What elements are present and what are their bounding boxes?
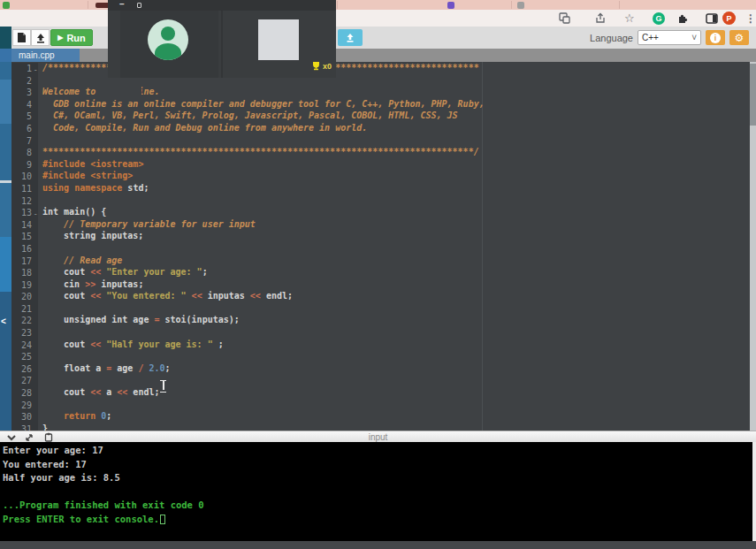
side-panel-icon[interactable] xyxy=(706,11,718,25)
info-button[interactable]: i xyxy=(706,30,725,45)
left-panel-strip[interactable] xyxy=(0,49,11,62)
code-line[interactable]: cout << "Half your age is: " ; xyxy=(42,339,490,352)
console-output[interactable]: Enter your age: 17You entered: 17Half yo… xyxy=(0,442,756,541)
line-number: 29 xyxy=(11,400,38,412)
trophy-count: x0 xyxy=(323,62,332,71)
line-number: 31 xyxy=(11,423,38,431)
share-icon[interactable] xyxy=(594,11,606,25)
grammarly-extension-icon[interactable]: G xyxy=(653,12,665,25)
left-panel-strip[interactable] xyxy=(0,183,11,237)
line-number: 24 xyxy=(11,339,38,352)
code-area[interactable]: /***************************************… xyxy=(42,63,490,431)
code-line[interactable]: C#, OCaml, VB, Perl, Swift, Prolog, Java… xyxy=(42,111,490,123)
code-line[interactable]: GDB online is an online compiler and deb… xyxy=(42,99,490,111)
tab-favicon-purple[interactable] xyxy=(447,2,454,9)
code-line[interactable]: return 0; xyxy=(42,411,490,423)
line-number: 7 xyxy=(11,135,38,148)
code-line[interactable]: int main() { xyxy=(42,207,490,219)
code-line[interactable]: unsigned int age = stoi(inputas); xyxy=(42,315,490,327)
line-number: 2 xyxy=(11,75,38,88)
language-select[interactable]: C++ ˅ xyxy=(638,30,701,45)
code-line[interactable]: cout << a << endl; xyxy=(42,387,490,400)
code-editor[interactable]: 1-2345678910111213-141516171819202122232… xyxy=(11,62,756,431)
code-line[interactable]: ****************************************… xyxy=(42,147,490,159)
code-line[interactable] xyxy=(42,327,490,339)
new-file-button[interactable] xyxy=(12,29,31,46)
terminal-cursor xyxy=(160,515,165,524)
run-label: Run xyxy=(66,33,85,43)
file-tab-label: main.cpp xyxy=(19,50,55,60)
bookmark-star-icon[interactable]: ☆ xyxy=(624,11,635,25)
translate-icon[interactable] xyxy=(559,11,570,25)
extensions-puzzle-icon[interactable] xyxy=(677,11,689,25)
code-line[interactable] xyxy=(42,243,490,255)
code-line[interactable]: Code, Compile, Run and Debug online from… xyxy=(42,123,490,135)
editor-scrollbar-thumb[interactable] xyxy=(750,64,756,126)
code-line[interactable]: string inputas; xyxy=(42,231,490,243)
minimize-icon[interactable]: – xyxy=(119,0,125,9)
trophy-icon xyxy=(311,61,321,71)
code-line[interactable]: #include <string> xyxy=(42,171,490,183)
line-number: 3 xyxy=(11,87,38,99)
code-line[interactable]: } xyxy=(42,423,490,431)
pip-title-bar[interactable]: – xyxy=(108,0,336,11)
participant-video-placeholder xyxy=(258,19,299,60)
code-line[interactable]: cout << "Enter your age: "; xyxy=(42,267,490,279)
line-number: 10 xyxy=(11,171,38,183)
tab-favicon-green[interactable] xyxy=(3,2,10,9)
profile-avatar[interactable]: P xyxy=(722,11,736,25)
code-line[interactable] xyxy=(42,351,490,363)
line-number: 30 xyxy=(11,411,38,423)
code-line[interactable]: // Read age xyxy=(42,255,490,268)
line-number: 20 xyxy=(11,291,38,303)
input-section-label: input xyxy=(369,432,388,442)
avatar-head xyxy=(161,27,175,41)
console-scrollbar[interactable] xyxy=(752,442,756,541)
tab-favicon-gray[interactable] xyxy=(517,2,524,9)
code-line[interactable]: using namespace std; xyxy=(42,183,490,195)
code-line[interactable] xyxy=(42,400,490,412)
left-panel-strip[interactable] xyxy=(0,124,11,180)
left-panel-strip[interactable] xyxy=(0,62,11,80)
settings-button[interactable]: ⚙ xyxy=(729,30,749,45)
line-number: 27 xyxy=(11,375,38,387)
line-number: 6 xyxy=(11,123,38,135)
line-number: 19 xyxy=(11,279,38,292)
line-number-gutter: 1-2345678910111213-141516171819202122232… xyxy=(11,63,38,431)
video-call-pip-window[interactable]: – xyxy=(108,0,336,78)
console-toolbar: input xyxy=(0,431,756,442)
browser-menu-dots-icon[interactable]: ⋮ xyxy=(745,11,756,25)
editor-scrollbar[interactable] xyxy=(750,62,756,431)
code-line[interactable] xyxy=(42,135,490,148)
line-number: 18 xyxy=(11,267,38,279)
code-line[interactable]: // Temporary variable for user input xyxy=(42,219,490,232)
line-number: 22 xyxy=(11,315,38,327)
line-number: 21 xyxy=(11,303,38,316)
tab-separator xyxy=(511,1,512,9)
collapse-panel-chevron[interactable]: < xyxy=(1,316,6,326)
participant-avatar xyxy=(148,19,188,60)
left-panel-strip[interactable] xyxy=(0,292,11,442)
code-line[interactable] xyxy=(42,303,490,316)
achievement-counter: x0 xyxy=(311,61,332,71)
line-number: 12 xyxy=(11,195,38,208)
save-button[interactable] xyxy=(31,29,50,46)
tab-separator xyxy=(88,1,88,9)
code-line[interactable] xyxy=(42,375,490,387)
line-number: 17 xyxy=(11,255,38,268)
line-number: 9 xyxy=(11,159,38,172)
left-panel-strip[interactable] xyxy=(0,237,11,292)
code-line[interactable]: #include <iostream> xyxy=(42,159,490,172)
file-tab-main-cpp[interactable]: main.cpp xyxy=(11,49,80,62)
new-file-icon xyxy=(17,32,27,43)
code-line[interactable] xyxy=(42,195,490,208)
share-upload-button[interactable] xyxy=(338,29,363,46)
text-cursor-ibeam xyxy=(160,380,166,391)
run-button[interactable]: ▶ Run xyxy=(50,29,93,46)
line-number: 11 xyxy=(11,183,38,195)
code-line[interactable]: cout << "You entered: " << inputas << en… xyxy=(42,291,490,303)
code-line[interactable]: cin >> inputas; xyxy=(42,279,490,292)
code-line[interactable]: float a = age / 2.0; xyxy=(42,363,490,376)
language-value: C++ xyxy=(642,33,659,42)
left-panel-strip[interactable] xyxy=(0,80,11,124)
